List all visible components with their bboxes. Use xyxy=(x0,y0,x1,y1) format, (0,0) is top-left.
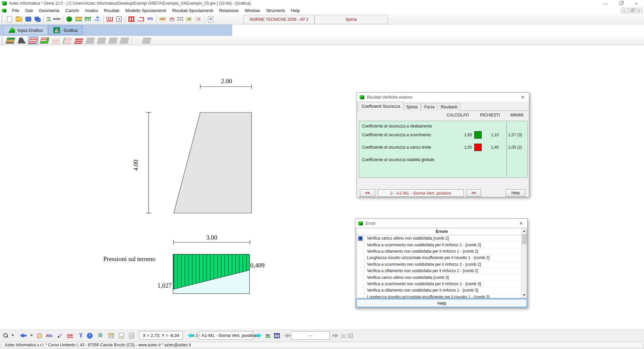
vegetation-icon[interactable] xyxy=(65,15,73,23)
scroll-down-icon[interactable] xyxy=(522,292,527,298)
error-list: Errore Verifica carico ultimo non soddis… xyxy=(357,228,527,298)
error-row[interactable]: Verifica a scorrimento non soddisfatta p… xyxy=(357,261,527,268)
open-folder-icon[interactable] xyxy=(14,15,23,23)
combination-display[interactable]: 2 - A1-M1 - Sisma Vert. positivo xyxy=(378,189,464,197)
verify-yellow-icon[interactable]: √X xyxy=(186,17,192,21)
page-percent-icon[interactable]: % xyxy=(117,331,126,340)
zoom-dropdown-caret[interactable] xyxy=(11,335,14,336)
combination-display[interactable]: 2 - A1-M1 - Sisma Vert. positivo xyxy=(199,331,253,340)
load-box-icon[interactable]: ⇅ xyxy=(115,15,123,23)
toolbar-grip[interactable] xyxy=(1,15,3,23)
wall-section-icon[interactable] xyxy=(16,36,27,45)
window-icon[interactable] xyxy=(24,15,33,23)
menu-window[interactable]: Window xyxy=(241,7,263,14)
error-row[interactable]: Lunghezza risvolto orizzontale insuffici… xyxy=(357,255,527,261)
close-icon[interactable]: × xyxy=(519,94,526,100)
pv-icon[interactable]: P/V xyxy=(146,15,155,23)
toolbar2-grip[interactable] xyxy=(1,37,3,44)
errors-dialog-titlebar[interactable]: Errori × xyxy=(356,219,527,228)
help-icon[interactable]: ? xyxy=(85,331,94,340)
errors-help-button[interactable]: Help xyxy=(357,299,527,307)
surcharge-load-icon[interactable] xyxy=(105,15,114,23)
status-square-green xyxy=(474,131,482,139)
help-button[interactable]: Help xyxy=(506,189,525,197)
inv-icon[interactable]: INV xyxy=(264,331,272,340)
restore-button[interactable] xyxy=(613,0,629,7)
scroll-up-icon[interactable] xyxy=(522,228,527,234)
units-kg-cm-icon[interactable]: kg cm xyxy=(46,15,52,23)
dxf-export-icon[interactable]: DXF xyxy=(66,331,74,340)
next-combination-button[interactable]: >> xyxy=(467,189,481,197)
menu-carichi[interactable]: Carichi xyxy=(62,7,82,14)
dfz-icon[interactable]: DFZ xyxy=(159,17,166,21)
word-report-icon[interactable]: W xyxy=(206,15,215,23)
wall-bold-icon[interactable] xyxy=(73,36,84,45)
verify-red-icon[interactable]: √X xyxy=(196,17,201,21)
menu-dati[interactable]: Dati xyxy=(22,7,36,14)
brush-icon[interactable] xyxy=(56,331,64,340)
menu-strumenti[interactable]: Strumenti xyxy=(263,7,288,14)
combination2-display[interactable]: --- xyxy=(291,331,330,340)
error-row[interactable]: Verifica carico ultimo non soddisfatta [… xyxy=(357,274,527,281)
wall-green-icon[interactable] xyxy=(39,36,50,45)
grid-points-icon[interactable]: +++ +++ xyxy=(177,15,184,23)
error-row[interactable]: Verifica carico ultimo non soddisfatta [… xyxy=(357,235,527,242)
back-dropdown-caret[interactable] xyxy=(30,335,33,336)
wall-lines-icon[interactable] xyxy=(62,36,73,45)
tab-spinta[interactable]: Spinta xyxy=(403,103,421,111)
menu-modello-spostamenti[interactable]: Modello Spostamenti xyxy=(122,7,169,14)
pan-hand-icon[interactable] xyxy=(35,331,44,340)
copy-windows-icon[interactable] xyxy=(33,15,42,23)
menu-geometria[interactable]: Geometria xyxy=(36,7,62,14)
menu-help[interactable]: Help xyxy=(288,7,303,14)
dpz-icon[interactable]: DPZ xyxy=(170,17,174,21)
minimize-button[interactable]: — xyxy=(598,0,613,7)
menu-risultati[interactable]: Risultati xyxy=(101,7,122,14)
mdi-restore-button[interactable] xyxy=(628,8,635,13)
error-row[interactable]: Verifica a sfilamento non soddisfatta pe… xyxy=(357,248,527,255)
scrollbar-thumb[interactable] xyxy=(522,234,527,244)
soil-layers-icon[interactable] xyxy=(74,15,83,23)
list-icon[interactable] xyxy=(272,331,281,340)
tab-risultanti[interactable]: Risultanti xyxy=(437,103,461,111)
print-preview-icon[interactable] xyxy=(127,331,136,340)
menu-analisi[interactable]: Analisi xyxy=(82,7,101,14)
seismic-icon[interactable] xyxy=(127,15,136,23)
error-row[interactable]: Verifica a sfilamento non soddisfatta pe… xyxy=(357,287,527,294)
prev-combination-button[interactable]: << xyxy=(360,189,375,197)
menu-relazione[interactable]: Relazione xyxy=(216,7,241,14)
back-arrow-icon[interactable] xyxy=(19,331,28,340)
abc-annotate-icon[interactable]: AABcBc xyxy=(45,331,54,340)
close-button[interactable]: × xyxy=(629,0,644,7)
terrain-profile-icon[interactable] xyxy=(5,36,16,45)
wall-pressure-icon[interactable] xyxy=(28,36,39,45)
reinforcement-icon[interactable] xyxy=(84,15,92,23)
tab-coefficienti-sicurezza[interactable]: Coefficienti Sicurezza xyxy=(358,102,404,111)
tab-input-grafico[interactable]: Input Grafico xyxy=(3,26,48,35)
error-row[interactable]: Verifica a scorrimento non soddisfatta p… xyxy=(357,242,527,248)
tab-grafica[interactable]: Grafica xyxy=(48,26,83,35)
text-tool-icon[interactable]: T xyxy=(76,331,85,340)
water-table-icon[interactable] xyxy=(93,15,102,23)
drawing-canvas[interactable]: 2.00 4.00 3.00 Pressioni sul terreno 1,0… xyxy=(0,45,644,330)
mdi-close-button[interactable]: × xyxy=(636,8,643,13)
table-icon[interactable] xyxy=(107,331,115,340)
error-row[interactable]: Verifica a scorrimento non soddisfatta p… xyxy=(357,281,527,287)
prev-combination-arrow[interactable] xyxy=(186,331,195,340)
menu-risultati-spostamenti[interactable]: Risultati Spostamenti xyxy=(169,7,216,14)
error-scrollbar[interactable] xyxy=(521,228,527,298)
norm-icon[interactable]: NORM xyxy=(52,15,61,23)
mdi-minimize-button[interactable]: – xyxy=(621,8,628,13)
error-row[interactable]: Lunghezza risvolto orizzontale insuffici… xyxy=(357,294,527,298)
wall-thrust-icon[interactable] xyxy=(51,36,61,45)
error-row[interactable]: Verifica a sfilamento non soddisfatta pe… xyxy=(357,268,527,274)
menu-file[interactable]: File xyxy=(9,7,22,14)
profile-polygon-icon[interactable] xyxy=(137,15,145,23)
zoom-icon[interactable] xyxy=(1,331,10,340)
tab-forze[interactable]: Forze xyxy=(421,103,438,111)
new-document-icon[interactable] xyxy=(5,15,14,23)
next-combination-arrow[interactable] xyxy=(254,331,263,340)
sd-measure-icon[interactable]: SD xyxy=(96,331,105,340)
close-icon[interactable]: × xyxy=(518,220,525,227)
results-dialog-titlebar[interactable]: Risultati Verifiche esterne × xyxy=(357,93,529,102)
